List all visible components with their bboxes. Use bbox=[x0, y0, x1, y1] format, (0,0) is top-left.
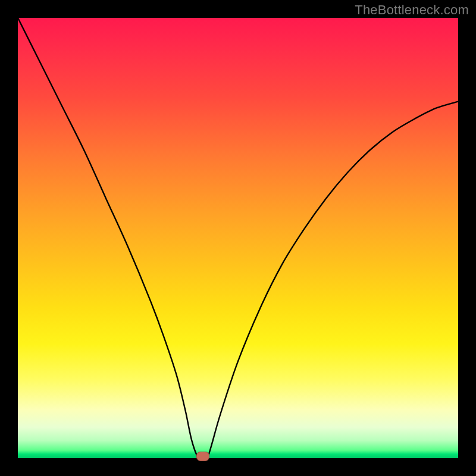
bottleneck-curve bbox=[18, 18, 458, 458]
plot-area bbox=[18, 18, 458, 458]
curve-path bbox=[18, 18, 458, 458]
optimal-point-marker bbox=[196, 452, 209, 461]
chart-frame: TheBottleneck.com bbox=[0, 0, 476, 476]
watermark-text: TheBottleneck.com bbox=[355, 2, 469, 18]
